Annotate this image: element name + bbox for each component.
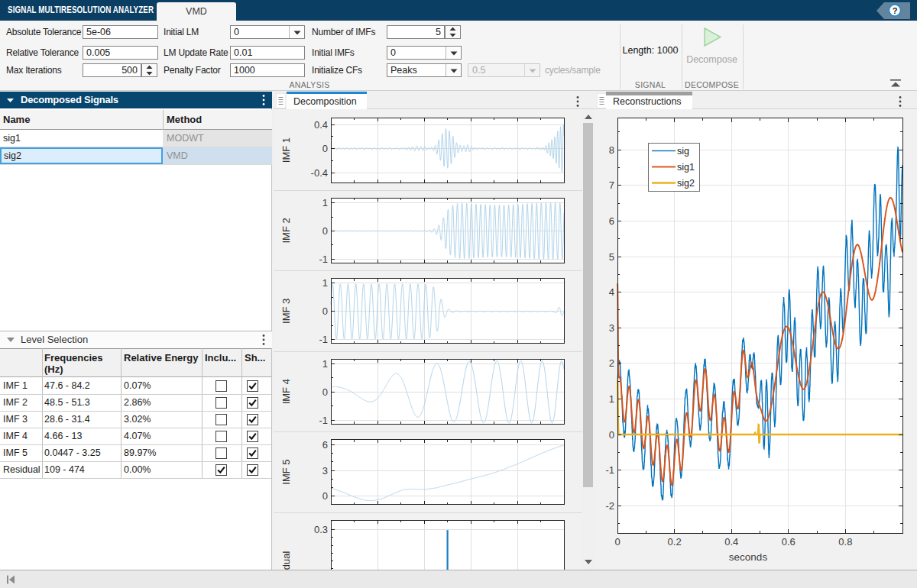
svg-text:0: 0 (322, 143, 328, 154)
svg-text:5: 5 (609, 251, 614, 263)
svg-text:0: 0 (614, 536, 620, 548)
svg-text:IMF 2: IMF 2 (280, 218, 292, 243)
svg-text:-1: -1 (605, 464, 614, 476)
svg-text:0: 0 (322, 386, 328, 398)
svg-text:7: 7 (609, 179, 614, 191)
svg-text:IMF 5: IMF 5 (280, 459, 292, 484)
svg-text:0.6: 0.6 (782, 536, 795, 548)
svg-text:-2: -2 (605, 500, 614, 512)
svg-text:0: 0 (609, 429, 614, 441)
svg-text:0: 0 (322, 490, 328, 502)
svg-text:8: 8 (609, 144, 614, 156)
svg-text:1: 1 (322, 358, 328, 370)
svg-text:?: ? (893, 6, 898, 15)
svg-text:-1: -1 (319, 334, 328, 345)
svg-text:0: 0 (322, 225, 328, 237)
svg-text:IMF 1: IMF 1 (280, 137, 292, 163)
svg-text:seconds: seconds (729, 551, 768, 563)
svg-text:4: 4 (609, 286, 614, 298)
svg-text:0: 0 (322, 305, 328, 317)
svg-text:-1: -1 (319, 254, 328, 265)
svg-text:sig1: sig1 (677, 162, 695, 173)
svg-text:sig: sig (677, 146, 689, 157)
svg-text:1: 1 (322, 197, 328, 208)
svg-text:0.2: 0.2 (668, 536, 682, 548)
svg-text:IMF 3: IMF 3 (280, 299, 292, 324)
svg-text:0.8: 0.8 (838, 536, 852, 548)
svg-text:1: 1 (322, 277, 328, 289)
svg-text:-1: -1 (319, 415, 328, 426)
svg-text:Residual: Residual (280, 551, 292, 570)
svg-text:0.4: 0.4 (314, 119, 328, 131)
svg-text:0.4: 0.4 (724, 536, 738, 548)
svg-text:-0.4: -0.4 (311, 167, 328, 179)
svg-text:6: 6 (609, 215, 614, 227)
svg-text:3: 3 (609, 322, 614, 334)
svg-text:3: 3 (322, 465, 328, 477)
svg-text:1: 1 (609, 393, 614, 405)
svg-text:6: 6 (322, 439, 328, 451)
svg-text:2: 2 (609, 357, 614, 369)
svg-text:sig2: sig2 (677, 178, 695, 189)
svg-text:IMF 4: IMF 4 (280, 379, 292, 404)
svg-text:0.3: 0.3 (314, 524, 328, 535)
